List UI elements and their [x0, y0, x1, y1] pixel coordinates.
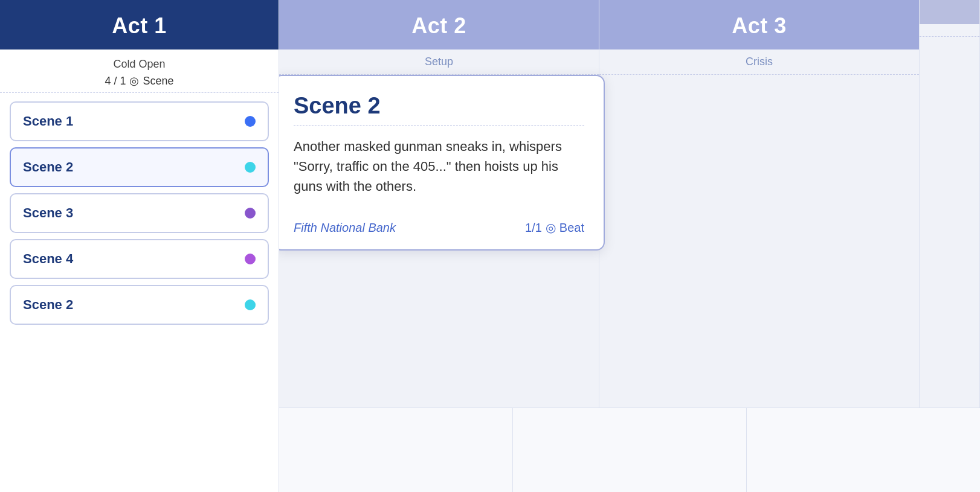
scene-item-5-dot — [245, 299, 256, 310]
main-content: Act 2 Setup Scene 2 Another masked gunma… — [279, 0, 980, 492]
empty-cell-1 — [279, 408, 513, 492]
act3-header: Act 3 — [599, 0, 919, 50]
scene-item-4[interactable]: Scene 4 — [10, 239, 269, 279]
scene-item-2-label: Scene 2 — [23, 159, 73, 175]
scene-item-2[interactable]: Scene 2 — [10, 147, 269, 187]
beat-count: 1/1 — [525, 221, 542, 235]
scene-item-4-dot — [245, 254, 256, 264]
act1-sidebar: Act 1 Cold Open 4 / 1 ◎ Scene Scene 1 Sc… — [0, 0, 279, 492]
empty-row — [279, 407, 980, 492]
popup-location: Fifth National Bank — [294, 221, 396, 235]
act2-title: Act 2 — [289, 13, 589, 39]
cold-open-section: Cold Open 4 / 1 ◎ Scene — [0, 50, 279, 93]
scene2-popup[interactable]: Scene 2 Another masked gunman sneaks in,… — [279, 75, 605, 251]
scene-item-5-label: Scene 2 — [23, 297, 73, 313]
beat-label: Beat — [559, 221, 584, 235]
scene-item-4-label: Scene 4 — [23, 251, 73, 267]
popup-title: Scene 2 — [294, 93, 584, 119]
act2-header: Act 2 — [279, 0, 599, 50]
scene-item-2-dot — [245, 162, 256, 173]
act3-subtitle: Crisis — [599, 50, 919, 75]
act1-title: Act 1 — [10, 13, 269, 39]
act3-column: Act 3 Crisis — [599, 0, 920, 407]
cold-open-label: Cold Open — [10, 58, 269, 71]
empty-cell-2 — [513, 408, 747, 492]
act4-subtitle — [920, 24, 979, 37]
act4-column — [920, 0, 980, 407]
popup-footer: Fifth National Bank 1/1 ◎ Beat — [294, 220, 584, 235]
act4-body — [920, 37, 979, 407]
scene-item-3-label: Scene 3 — [23, 205, 73, 221]
act1-header: Act 1 — [0, 0, 279, 50]
scene-count-suffix: Scene — [143, 75, 173, 88]
scene-item-1-label: Scene 1 — [23, 113, 73, 129]
popup-description: Another masked gunman sneaks in, whisper… — [294, 136, 584, 196]
scene-item-1-dot — [245, 116, 256, 127]
scene-item-3-dot — [245, 208, 256, 219]
scene-count-value: 4 / 1 — [105, 75, 126, 88]
popup-beat: 1/1 ◎ Beat — [525, 220, 584, 235]
beat-target-icon: ◎ — [546, 220, 556, 235]
act4-header — [920, 0, 979, 24]
act2-subtitle: Setup — [279, 50, 599, 75]
scene-item-3[interactable]: Scene 3 — [10, 193, 269, 233]
scene-item-5[interactable]: Scene 2 — [10, 285, 269, 325]
act2-body: Scene 2 Another masked gunman sneaks in,… — [279, 75, 599, 407]
act3-body — [599, 75, 919, 407]
scene-count: 4 / 1 ◎ Scene — [10, 74, 269, 88]
act3-title: Act 3 — [609, 13, 909, 39]
target-icon: ◎ — [129, 74, 139, 88]
scenes-list: Scene 1 Scene 2 Scene 3 Scene 4 Scene 2 — [0, 93, 279, 333]
scene-item-1[interactable]: Scene 1 — [10, 101, 269, 141]
columns-row: Act 2 Setup Scene 2 Another masked gunma… — [279, 0, 980, 407]
empty-cell-3 — [747, 408, 980, 492]
popup-divider — [294, 125, 584, 126]
act2-column: Act 2 Setup Scene 2 Another masked gunma… — [279, 0, 599, 407]
